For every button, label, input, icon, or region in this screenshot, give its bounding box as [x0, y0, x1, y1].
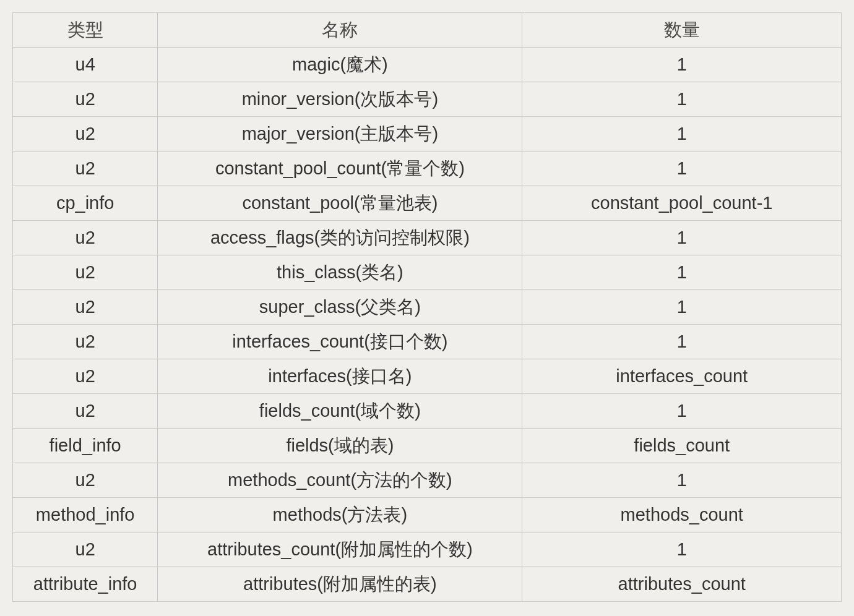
cell-count: 1: [522, 463, 842, 498]
cell-count: constant_pool_count-1: [522, 186, 842, 221]
cell-count: 1: [522, 152, 842, 186]
cell-name: magic(魔术): [158, 48, 522, 82]
cell-name: super_class(父类名): [158, 290, 522, 325]
cell-name: attributes(附加属性的表): [158, 567, 522, 602]
cell-name: fields_count(域个数): [158, 394, 522, 429]
table-body: u4 magic(魔术) 1 u2 minor_version(次版本号) 1 …: [13, 48, 842, 602]
cell-count: interfaces_count: [522, 359, 842, 394]
table-header-row: 类型 名称 数量: [13, 13, 842, 48]
cell-name: access_flags(类的访问控制权限): [158, 221, 522, 255]
cell-count: 1: [522, 290, 842, 325]
cell-count: 1: [522, 533, 842, 567]
cell-name: attributes_count(附加属性的个数): [158, 533, 522, 567]
cell-name: fields(域的表): [158, 429, 522, 463]
table-row: u4 magic(魔术) 1: [13, 48, 842, 82]
cell-count: 1: [522, 48, 842, 82]
cell-name: methods(方法表): [158, 498, 522, 533]
table-row: u2 constant_pool_count(常量个数) 1: [13, 152, 842, 186]
table-row: u2 interfaces(接口名) interfaces_count: [13, 359, 842, 394]
table-row: u2 minor_version(次版本号) 1: [13, 82, 842, 117]
cell-name: major_version(主版本号): [158, 117, 522, 152]
cell-type: u2: [13, 359, 158, 394]
cell-count: fields_count: [522, 429, 842, 463]
table-row: u2 access_flags(类的访问控制权限) 1: [13, 221, 842, 255]
cell-type: u2: [13, 463, 158, 498]
cell-type: cp_info: [13, 186, 158, 221]
cell-count: 1: [522, 255, 842, 290]
table-row: u2 this_class(类名) 1: [13, 255, 842, 290]
table-row: attribute_info attributes(附加属性的表) attrib…: [13, 567, 842, 602]
cell-name: methods_count(方法的个数): [158, 463, 522, 498]
cell-count: 1: [522, 117, 842, 152]
class-file-structure-table: 类型 名称 数量 u4 magic(魔术) 1 u2 minor_version…: [12, 12, 842, 602]
cell-type: u2: [13, 533, 158, 567]
cell-type: field_info: [13, 429, 158, 463]
cell-type: u2: [13, 325, 158, 359]
cell-count: methods_count: [522, 498, 842, 533]
cell-type: attribute_info: [13, 567, 158, 602]
header-type: 类型: [13, 13, 158, 48]
table-row: method_info methods(方法表) methods_count: [13, 498, 842, 533]
header-name: 名称: [158, 13, 522, 48]
cell-type: method_info: [13, 498, 158, 533]
cell-type: u4: [13, 48, 158, 82]
cell-name: constant_pool(常量池表): [158, 186, 522, 221]
cell-name: minor_version(次版本号): [158, 82, 522, 117]
cell-count: 1: [522, 82, 842, 117]
cell-count: 1: [522, 394, 842, 429]
cell-type: u2: [13, 82, 158, 117]
header-count: 数量: [522, 13, 842, 48]
table-row: u2 attributes_count(附加属性的个数) 1: [13, 533, 842, 567]
cell-name: constant_pool_count(常量个数): [158, 152, 522, 186]
cell-name: this_class(类名): [158, 255, 522, 290]
table-row: u2 methods_count(方法的个数) 1: [13, 463, 842, 498]
cell-type: u2: [13, 221, 158, 255]
cell-name: interfaces(接口名): [158, 359, 522, 394]
cell-name: interfaces_count(接口个数): [158, 325, 522, 359]
cell-type: u2: [13, 152, 158, 186]
cell-count: 1: [522, 325, 842, 359]
table-row: u2 super_class(父类名) 1: [13, 290, 842, 325]
cell-count: attributes_count: [522, 567, 842, 602]
table-row: cp_info constant_pool(常量池表) constant_poo…: [13, 186, 842, 221]
table-row: u2 major_version(主版本号) 1: [13, 117, 842, 152]
cell-type: u2: [13, 255, 158, 290]
cell-count: 1: [522, 221, 842, 255]
table-row: u2 interfaces_count(接口个数) 1: [13, 325, 842, 359]
cell-type: u2: [13, 394, 158, 429]
table-row: field_info fields(域的表) fields_count: [13, 429, 842, 463]
cell-type: u2: [13, 117, 158, 152]
table-row: u2 fields_count(域个数) 1: [13, 394, 842, 429]
cell-type: u2: [13, 290, 158, 325]
